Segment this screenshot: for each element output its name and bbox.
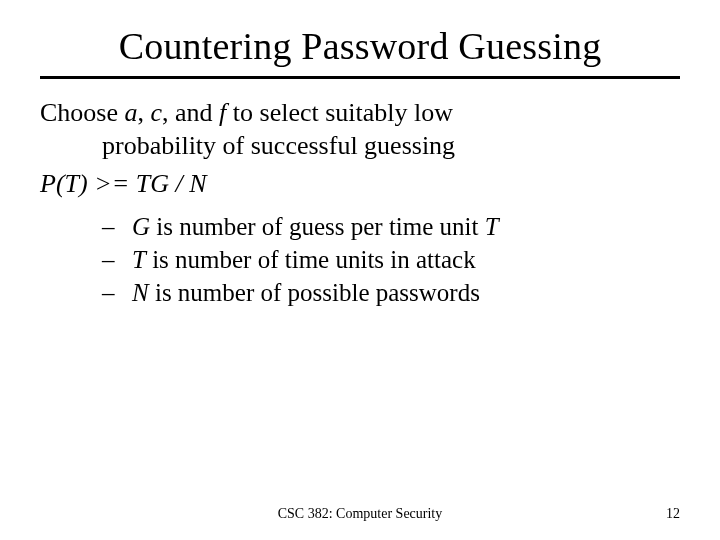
list-item: – N is number of possible passwords xyxy=(102,277,680,308)
bullet-var: G xyxy=(132,213,150,240)
footer-course: CSC 382: Computer Security xyxy=(0,506,720,522)
bullet-tail: T xyxy=(485,213,499,240)
var-c: c xyxy=(151,98,163,127)
bullet-dash: – xyxy=(102,244,132,275)
bullet-text: T is number of time units in attack xyxy=(132,244,476,275)
list-item: – T is number of time units in attack xyxy=(102,244,680,275)
intro-paragraph: Choose a, c, and f to select suitably lo… xyxy=(40,97,680,162)
footer-page-number: 12 xyxy=(666,506,680,522)
text-frag: Choose xyxy=(40,98,125,127)
var-a: a xyxy=(125,98,138,127)
text-frag: , xyxy=(138,98,151,127)
bullet-text: G is number of guess per time unit T xyxy=(132,211,499,242)
slide: Countering Password Guessing Choose a, c… xyxy=(0,0,720,540)
bullet-text: N is number of possible passwords xyxy=(132,277,480,308)
list-item: – G is number of guess per time unit T xyxy=(102,211,680,242)
bullet-mid: is number of possible passwords xyxy=(149,279,480,306)
bullet-mid: is number of time units in attack xyxy=(146,246,476,273)
bullet-var: T xyxy=(132,246,146,273)
title-divider xyxy=(40,76,680,79)
intro-line-1: Choose a, c, and f to select suitably lo… xyxy=(40,97,680,130)
bullet-dash: – xyxy=(102,211,132,242)
bullet-list: – G is number of guess per time unit T –… xyxy=(40,211,680,309)
text-frag: , and xyxy=(162,98,219,127)
slide-body: Choose a, c, and f to select suitably lo… xyxy=(40,97,680,308)
slide-title: Countering Password Guessing xyxy=(40,24,680,68)
bullet-mid: is number of guess per time unit xyxy=(150,213,485,240)
bullet-dash: – xyxy=(102,277,132,308)
intro-line-2: probability of successful guessing xyxy=(40,130,680,163)
formula: P(T) >= TG / N xyxy=(40,168,680,201)
text-frag: to select suitably low xyxy=(226,98,453,127)
bullet-var: N xyxy=(132,279,149,306)
